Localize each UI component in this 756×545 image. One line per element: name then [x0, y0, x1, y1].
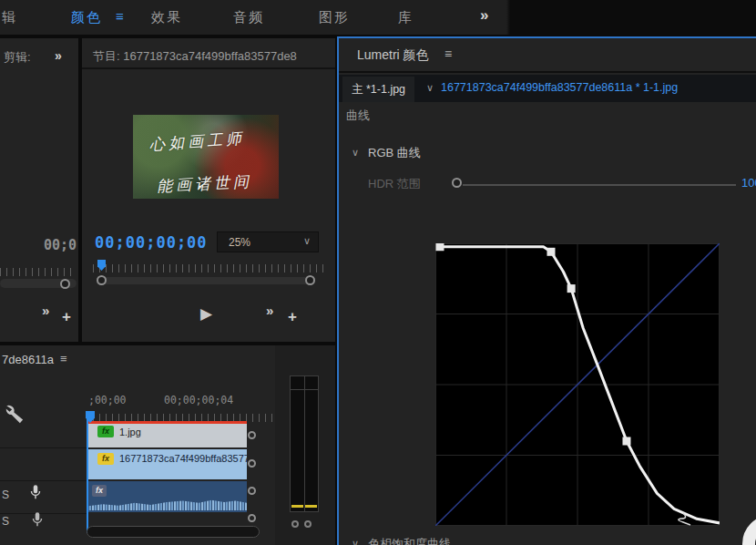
- track-scroll-ring-3[interactable]: [248, 487, 256, 495]
- workspace-tab-audio[interactable]: 音频: [233, 9, 264, 26]
- source-scrollbar-knob[interactable]: [60, 279, 70, 289]
- track-scroll-ring-4[interactable]: [248, 514, 256, 522]
- timeline-menu-icon[interactable]: ≡: [60, 352, 67, 365]
- workspace-tab-color[interactable]: 颜色: [71, 9, 102, 26]
- source-monitor-panel: 剪辑: » 00;0 » +: [0, 38, 78, 342]
- chevron-down-icon: ∨: [303, 235, 311, 247]
- rgb-curve-graph[interactable]: [435, 243, 720, 526]
- fx-badge-v1[interactable]: fx: [97, 453, 114, 465]
- chevron-down-icon[interactable]: ∨: [426, 82, 434, 94]
- audio-meter: [290, 375, 319, 512]
- video-overlay-text-line2: 能画诸世间: [157, 169, 279, 197]
- program-monitor-panel: 节目: 16771873ca74f499bffa83577de8 心如画工师 能…: [82, 38, 335, 342]
- program-scrollbar[interactable]: [97, 277, 315, 284]
- program-add-button[interactable]: +: [288, 308, 297, 326]
- hdr-range-slider-knob[interactable]: [452, 178, 462, 188]
- program-scrollbar-knob-right[interactable]: [305, 275, 315, 285]
- audio-meter-panel: [275, 345, 335, 545]
- clip-v2-label: 1.jpg: [119, 427, 141, 437]
- source-panel-title: 剪辑:: [4, 49, 31, 66]
- program-title: 节目: 16771873ca74f499bffa83577de8: [93, 48, 297, 65]
- source-timecode: 00;0: [44, 237, 77, 253]
- workspace-bar: 辑 颜色 ≡ 效果 音频 图形 库 »: [0, 0, 756, 35]
- workspace-tab-effects[interactable]: 效果: [151, 9, 182, 26]
- timeline-clip-v2[interactable]: fx 1.jpg: [87, 421, 247, 447]
- rgb-curves-header[interactable]: RGB 曲线: [368, 145, 421, 161]
- timeline-ruler-label-4: 00;00;00;04: [164, 394, 233, 406]
- timeline-ruler-label-start: ;00;00: [88, 394, 127, 406]
- timeline-panel: 7de8611a ≡ ;00;00 00;00;00;04 fx 1.jpg f…: [0, 345, 275, 545]
- timeline-horizontal-scrollbar[interactable]: [87, 526, 260, 538]
- sequence-name[interactable]: 7de8611a: [2, 353, 54, 366]
- hdr-range-label: HDR 范围: [368, 176, 421, 192]
- workspace-overflow-icon[interactable]: »: [480, 6, 488, 25]
- hdr-range-value[interactable]: 100: [741, 176, 756, 190]
- workspace-tab-graphics[interactable]: 图形: [319, 9, 350, 26]
- solo-button-a2[interactable]: S: [2, 515, 9, 528]
- program-ruler[interactable]: [93, 264, 324, 272]
- timeline-playhead-line: [87, 411, 88, 533]
- program-scrollbar-knob-left[interactable]: [97, 275, 107, 285]
- divider: [304, 376, 305, 511]
- source-panel-chevron-icon[interactable]: »: [55, 48, 62, 63]
- track-scroll-ring-2[interactable]: [248, 459, 256, 468]
- meter-knob-left[interactable]: [291, 520, 299, 528]
- lumetri-color-panel: Lumetri 颜色 ≡ 主 *1-1.jpg ∨ 16771873ca74f4…: [337, 36, 756, 545]
- timeline-clip-a1[interactable]: fx: [87, 481, 247, 512]
- workspace-menu-icon[interactable]: ≡: [116, 8, 124, 24]
- fx-badge-v2[interactable]: fx: [97, 426, 114, 437]
- curves-section-label: 曲线: [346, 108, 370, 124]
- lumetri-master-clip-tab[interactable]: 主 *1-1.jpg: [342, 77, 414, 102]
- program-timecode[interactable]: 00;00;00;00: [95, 233, 208, 252]
- timeline-clip-v1[interactable]: fx 16771873ca74f499bffa83577d: [87, 449, 247, 479]
- chevron-down-icon[interactable]: ∨: [352, 147, 359, 159]
- program-zoom-value: 25%: [229, 236, 250, 249]
- divider: [339, 71, 756, 73]
- program-zoom-select[interactable]: 25% ∨: [217, 231, 319, 252]
- meter-level-right: [305, 505, 317, 508]
- track-scroll-ring-1[interactable]: [248, 431, 256, 439]
- video-overlay-text-line1: 心如画工师: [148, 124, 279, 155]
- curve-control-points[interactable]: [435, 243, 630, 446]
- mic-icon-a2[interactable]: [31, 511, 44, 528]
- clip-v1-label: 16771873ca74f499bffa83577d: [119, 453, 247, 464]
- hue-saturation-curves-header[interactable]: 色相饱和度曲线: [368, 536, 451, 545]
- divider: [0, 447, 87, 448]
- workspace-tab-edit-partial[interactable]: 辑: [2, 9, 17, 26]
- premiere-window: 辑 颜色 ≡ 效果 音频 图形 库 » 剪辑: » 00;0 » + 节目: 1…: [0, 0, 756, 545]
- cursor-circle-overlay: [742, 515, 756, 545]
- fx-badge-a1[interactable]: fx: [92, 485, 107, 497]
- divider: [291, 389, 318, 390]
- rgb-curve-svg[interactable]: [435, 243, 720, 526]
- wrench-icon[interactable]: [4, 402, 27, 426]
- lumetri-clip-name-link[interactable]: 16771873ca74f499bffa83577de8611a * 1-1.j…: [441, 81, 678, 94]
- meter-level-left: [291, 505, 303, 508]
- program-header: 节目: 16771873ca74f499bffa83577de8: [82, 38, 335, 69]
- hdr-range-slider-track[interactable]: [463, 184, 736, 186]
- solo-button-a1[interactable]: S: [2, 488, 9, 501]
- meter-knob-right[interactable]: [304, 520, 312, 528]
- program-overflow-icon[interactable]: »: [266, 303, 273, 318]
- play-button[interactable]: ▶: [200, 304, 212, 324]
- lumetri-clip-row: 主 *1-1.jpg ∨ 16771873ca74f499bffa83577de…: [339, 75, 756, 102]
- chevron-down-icon[interactable]: ∨: [352, 538, 359, 545]
- source-add-button[interactable]: +: [62, 308, 71, 326]
- mic-icon-a1[interactable]: [29, 484, 42, 500]
- source-overflow-icon[interactable]: »: [42, 303, 49, 318]
- lumetri-panel-title: Lumetri 颜色: [357, 47, 429, 64]
- source-ruler[interactable]: [0, 268, 77, 276]
- program-video-preview[interactable]: 心如画工师 能画诸世间: [133, 115, 279, 199]
- audio-waveform: [87, 497, 247, 510]
- divider: [0, 480, 87, 481]
- lumetri-menu-icon[interactable]: ≡: [444, 46, 452, 61]
- workspace-tab-libraries[interactable]: 库: [398, 9, 414, 26]
